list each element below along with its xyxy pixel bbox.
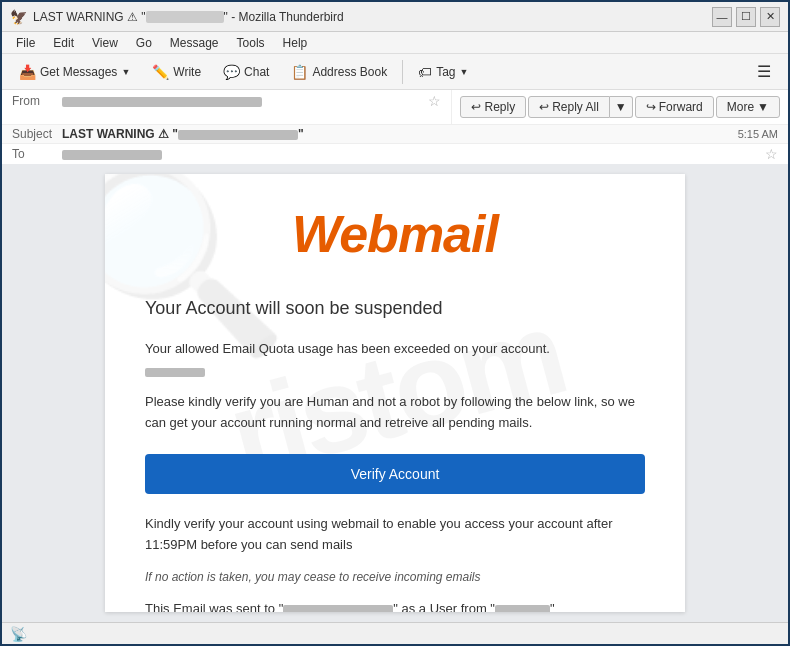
reply-all-dropdown[interactable]: ▼ xyxy=(610,96,633,118)
toolbar: 📥 Get Messages ▼ ✏️ Write 💬 Chat 📋 Addre… xyxy=(2,54,788,90)
write-icon: ✏️ xyxy=(152,64,169,80)
forward-icon: ↪ xyxy=(646,100,656,114)
sent-to-line: This Email was sent to "" as a User from… xyxy=(145,599,645,612)
to-value xyxy=(62,147,761,161)
menu-go[interactable]: Go xyxy=(128,34,160,52)
reply-all-icon: ↩ xyxy=(539,100,549,114)
reply-icon: ↩ xyxy=(471,100,481,114)
maximize-button[interactable]: ☐ xyxy=(736,7,756,27)
menu-message[interactable]: Message xyxy=(162,34,227,52)
title-bar: 🦅 LAST WARNING ⚠ "██████████" - Mozilla … xyxy=(2,2,788,32)
title-bar-controls: — ☐ ✕ xyxy=(712,7,780,27)
forward-button[interactable]: ↪ Forward xyxy=(635,96,714,118)
menu-file[interactable]: File xyxy=(8,34,43,52)
get-messages-icon: 📥 xyxy=(19,64,36,80)
paragraph-1: Your allowed Email Quota usage has been … xyxy=(145,339,645,381)
status-bar: 📡 xyxy=(2,622,788,644)
from-label: From xyxy=(12,94,62,108)
subject-row: Subject LAST WARNING ⚠ "" 5:15 AM xyxy=(2,124,788,144)
email-heading: Your Account will soon be suspended xyxy=(145,294,645,323)
window-title: LAST WARNING ⚠ "██████████" - Mozilla Th… xyxy=(33,10,344,24)
address-book-icon: 📋 xyxy=(291,64,308,80)
close-button[interactable]: ✕ xyxy=(760,7,780,27)
reply-all-button[interactable]: ↩ Reply All xyxy=(528,96,610,118)
paragraph-3: Kindly verify your account using webmail… xyxy=(145,514,645,556)
menu-tools[interactable]: Tools xyxy=(229,34,273,52)
menu-help[interactable]: Help xyxy=(275,34,316,52)
get-messages-button[interactable]: 📥 Get Messages ▼ xyxy=(10,59,139,85)
email-content-card: 🔍 ristom Webmail Your Account will soon … xyxy=(105,174,685,612)
to-label: To xyxy=(12,147,62,161)
hamburger-menu-button[interactable]: ☰ xyxy=(748,57,780,86)
header-top-row: From ☆ ↩ Reply ↩ Reply All ▼ xyxy=(2,90,788,124)
email-header-section: From ☆ ↩ Reply ↩ Reply All ▼ xyxy=(2,90,788,164)
tag-button[interactable]: 🏷 Tag ▼ xyxy=(409,59,477,85)
more-dropdown-arrow: ▼ xyxy=(757,100,769,114)
to-star-icon[interactable]: ☆ xyxy=(765,146,778,162)
status-icon: 📡 xyxy=(10,626,27,642)
get-messages-dropdown-arrow: ▼ xyxy=(121,67,130,77)
chat-button[interactable]: 💬 Chat xyxy=(214,59,278,85)
header-action-buttons: ↩ Reply ↩ Reply All ▼ ↪ Forward More ▼ xyxy=(451,90,788,124)
star-icon[interactable]: ☆ xyxy=(428,93,441,109)
write-button[interactable]: ✏️ Write xyxy=(143,59,210,85)
webmail-logo: Webmail xyxy=(145,204,645,264)
to-row: To ☆ xyxy=(2,144,788,164)
main-window: 🦅 LAST WARNING ⚠ "██████████" - Mozilla … xyxy=(0,0,790,646)
toolbar-separator xyxy=(402,60,403,84)
subject-value: LAST WARNING ⚠ "" xyxy=(62,127,738,141)
from-row: From ☆ xyxy=(2,90,451,112)
menu-view[interactable]: View xyxy=(84,34,126,52)
tag-dropdown-arrow: ▼ xyxy=(460,67,469,77)
menu-bar: File Edit View Go Message Tools Help xyxy=(2,32,788,54)
webmail-logo-text: Webmail xyxy=(292,205,498,263)
from-value xyxy=(62,94,424,108)
subject-label: Subject xyxy=(12,127,62,141)
minimize-button[interactable]: — xyxy=(712,7,732,27)
tag-icon: 🏷 xyxy=(418,64,432,80)
title-bar-left: 🦅 LAST WARNING ⚠ "██████████" - Mozilla … xyxy=(10,9,344,25)
paragraph-2: Please kindly verify you are Human and n… xyxy=(145,392,645,434)
chat-icon: 💬 xyxy=(223,64,240,80)
verify-account-button[interactable]: Verify Account xyxy=(145,454,645,494)
header-meta: From ☆ xyxy=(2,90,451,124)
app-icon: 🦅 xyxy=(10,9,27,25)
email-body-text: Your Account will soon be suspended Your… xyxy=(145,294,645,612)
address-book-button[interactable]: 📋 Address Book xyxy=(282,59,396,85)
email-body: 🔍 ristom Webmail Your Account will soon … xyxy=(2,164,788,622)
more-button[interactable]: More ▼ xyxy=(716,96,780,118)
email-content-inner: Webmail Your Account will soon be suspen… xyxy=(105,174,685,612)
email-time: 5:15 AM xyxy=(738,128,778,140)
italic-warning: If no action is taken, you may cease to … xyxy=(145,568,645,587)
reply-all-group: ↩ Reply All ▼ xyxy=(528,96,633,118)
menu-edit[interactable]: Edit xyxy=(45,34,82,52)
reply-button[interactable]: ↩ Reply xyxy=(460,96,526,118)
